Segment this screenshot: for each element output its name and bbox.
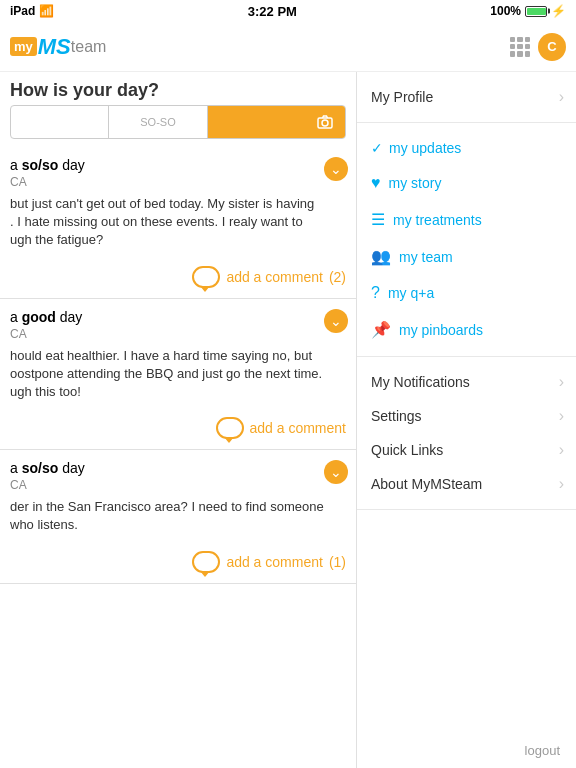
- post-card-3: ⌄ a so/so day CA der in the San Francisc…: [0, 450, 356, 583]
- expand-btn-1[interactable]: ⌄: [324, 157, 348, 181]
- logout-row: logout: [357, 733, 576, 768]
- about-item[interactable]: About MyMSteam ›: [357, 467, 576, 501]
- logo-team: team: [71, 38, 107, 56]
- list-icon: ☰: [371, 210, 385, 229]
- post-day-type-2: a good day: [10, 309, 82, 325]
- pin-icon: 📌: [371, 320, 391, 339]
- quicklinks-item[interactable]: Quick Links ›: [357, 433, 576, 467]
- settings-chevron: ›: [559, 407, 564, 425]
- wifi-icon: 📶: [39, 4, 54, 18]
- settings-label: Settings: [371, 408, 422, 424]
- sidebar-qa-label: my q+a: [388, 285, 434, 301]
- my-profile-section: My Profile ›: [357, 80, 576, 123]
- logout-button[interactable]: logout: [525, 743, 560, 758]
- app-header: my MS team C: [0, 22, 576, 72]
- mood-bad[interactable]: [208, 106, 305, 138]
- comment-bubble-3: [192, 551, 220, 573]
- comment-row-1: add a comment (2): [10, 260, 346, 298]
- post-body-3: der in the San Francisco area? I need to…: [10, 498, 346, 534]
- notifications-chevron: ›: [559, 373, 564, 391]
- side-menu: My Profile › ✓ my updates ♥ my story ☰ m…: [356, 72, 576, 768]
- quicklinks-chevron: ›: [559, 441, 564, 459]
- battery-icon: [525, 6, 547, 17]
- add-comment-btn-3[interactable]: add a comment (1): [192, 551, 346, 573]
- comment-count-1: (2): [329, 269, 346, 285]
- add-comment-label-1: add a comment: [226, 269, 323, 285]
- expand-btn-2[interactable]: ⌄: [324, 309, 348, 333]
- mood-soso[interactable]: SO-SO: [108, 106, 207, 138]
- sidebar-item-qa[interactable]: ? my q+a: [357, 275, 576, 311]
- lower-nav-section: My Notifications › Settings › Quick Link…: [357, 365, 576, 510]
- user-avatar[interactable]: C: [538, 33, 566, 61]
- header-icons: C: [508, 33, 566, 61]
- charging-icon: ⚡: [551, 4, 566, 18]
- comment-bubble-1: [192, 266, 220, 288]
- day-header: How is your day?: [0, 72, 356, 105]
- add-comment-btn-2[interactable]: add a comment: [216, 417, 347, 439]
- post-location-3: CA: [10, 478, 346, 492]
- carrier-label: iPad: [10, 4, 35, 18]
- logo-my: my: [10, 37, 37, 56]
- my-profile-chevron: ›: [559, 88, 564, 106]
- sidebar-item-treatments[interactable]: ☰ my treatments: [357, 201, 576, 238]
- posts-panel: How is your day? SO-SO ⌄ a so/so day CA …: [0, 72, 356, 768]
- add-comment-btn-1[interactable]: add a comment (2): [192, 266, 346, 288]
- post-location-1: CA: [10, 175, 346, 189]
- post-title-1: a so/so day: [10, 157, 346, 173]
- about-chevron: ›: [559, 475, 564, 493]
- post-location-2: CA: [10, 327, 346, 341]
- status-bar: iPad 📶 3:22 PM 100% ⚡: [0, 0, 576, 22]
- notifications-label: My Notifications: [371, 374, 470, 390]
- post-card: ⌄ a so/so day CA but just can't get out …: [0, 147, 356, 299]
- heart-icon: ♥: [371, 174, 381, 192]
- sidebar-pinboards-label: my pinboards: [399, 322, 483, 338]
- status-left: iPad 📶: [10, 4, 54, 18]
- time-label: 3:22 PM: [248, 4, 297, 19]
- post-body-2: hould eat healthier. I have a hard time …: [10, 347, 346, 402]
- quicklinks-label: Quick Links: [371, 442, 443, 458]
- post-card-2: ⌄ a good day CA hould eat healthier. I h…: [0, 299, 356, 451]
- my-profile-label: My Profile: [371, 89, 433, 105]
- notifications-item[interactable]: My Notifications ›: [357, 365, 576, 399]
- comment-bubble-2: [216, 417, 244, 439]
- sidebar-item-updates[interactable]: ✓ my updates: [357, 131, 576, 165]
- sidebar-item-story[interactable]: ♥ my story: [357, 165, 576, 201]
- logo-ms: MS: [38, 34, 71, 60]
- add-comment-label-3: add a comment: [226, 554, 323, 570]
- question-icon: ?: [371, 284, 380, 302]
- post-title-2: a good day: [10, 309, 346, 325]
- my-profile-item[interactable]: My Profile ›: [357, 80, 576, 114]
- camera-btn[interactable]: [305, 106, 345, 138]
- post-day-type-3: a so/so day: [10, 460, 85, 476]
- people-icon: 👥: [371, 247, 391, 266]
- mood-bar[interactable]: SO-SO: [10, 105, 346, 139]
- status-right: 100% ⚡: [490, 4, 566, 18]
- main-content: How is your day? SO-SO ⌄ a so/so day CA …: [0, 72, 576, 768]
- sidebar-updates-label: my updates: [389, 140, 461, 156]
- mood-good[interactable]: [11, 106, 108, 138]
- app-logo: my MS team: [10, 34, 508, 60]
- svg-point-1: [322, 120, 328, 126]
- sidebar-treatments-label: my treatments: [393, 212, 482, 228]
- battery-percent: 100%: [490, 4, 521, 18]
- settings-item[interactable]: Settings ›: [357, 399, 576, 433]
- my-items-section: ✓ my updates ♥ my story ☰ my treatments …: [357, 131, 576, 357]
- sidebar-item-pinboards[interactable]: 📌 my pinboards: [357, 311, 576, 348]
- expand-btn-3[interactable]: ⌄: [324, 460, 348, 484]
- comment-count-3: (1): [329, 554, 346, 570]
- day-header-title: How is your day?: [10, 80, 159, 100]
- post-title-3: a so/so day: [10, 460, 346, 476]
- sidebar-item-team[interactable]: 👥 my team: [357, 238, 576, 275]
- about-label: About MyMSteam: [371, 476, 482, 492]
- post-body-1: but just can't get out of bed today. My …: [10, 195, 346, 250]
- sidebar-story-label: my story: [389, 175, 442, 191]
- add-comment-label-2: add a comment: [250, 420, 347, 436]
- comment-row-2: add a comment: [10, 411, 346, 449]
- post-day-type-1: a so/so day: [10, 157, 85, 173]
- comment-row-3: add a comment (1): [10, 545, 346, 583]
- grid-icon[interactable]: [508, 35, 532, 59]
- sidebar-team-label: my team: [399, 249, 453, 265]
- check-icon: ✓: [371, 140, 383, 156]
